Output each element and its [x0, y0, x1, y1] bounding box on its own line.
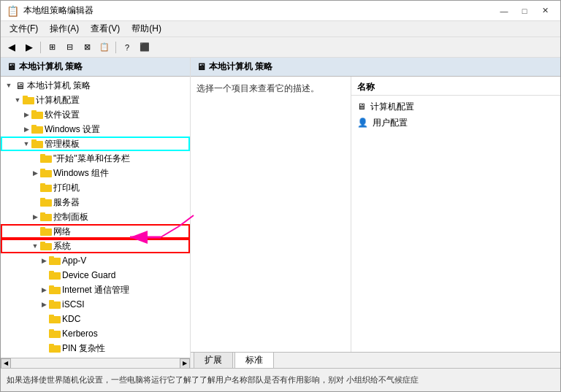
tree-label-windows-settings: Windows 设置	[45, 123, 100, 136]
menu-bar: 文件(F) 操作(A) 查看(V) 帮助(H)	[1, 21, 560, 37]
folder-icon-windows-settings	[31, 124, 43, 134]
folder-icon-root: 🖥	[14, 80, 26, 91]
toolbar-btn-2[interactable]: ⊟	[61, 39, 77, 55]
tree-container[interactable]: ▼ 🖥 本地计算机 策略 ▼ 计算机配置 ▶	[1, 77, 190, 358]
list-item-computer-label: 计算机配置	[370, 101, 414, 113]
close-button[interactable]: ✕	[535, 4, 554, 18]
left-panel-title: 本地计算机 策略	[19, 61, 83, 73]
left-scroll-right[interactable]: ▶	[180, 358, 190, 369]
folder-icon-printer	[40, 182, 52, 193]
tree-label-windows-comp: Windows 组件	[53, 167, 109, 180]
menu-view[interactable]: 查看(V)	[85, 21, 126, 36]
folder-icon-appv	[49, 255, 61, 266]
tree-item-server[interactable]: ▶ 服务器	[1, 195, 190, 210]
tab-standard[interactable]: 标准	[234, 352, 274, 368]
forward-button[interactable]: ▶	[21, 39, 37, 55]
folder-icon-kdc	[49, 314, 61, 324]
tree-item-pin[interactable]: ▶ PIN 复杂性	[1, 341, 190, 356]
maximize-button[interactable]: □	[515, 4, 534, 18]
tab-expand[interactable]: 扩展	[194, 352, 233, 368]
left-scroll-left[interactable]: ◀	[1, 358, 11, 369]
tree-label-root: 本地计算机 策略	[27, 80, 91, 92]
toolbar-btn-1[interactable]: ⊞	[44, 39, 60, 55]
folder-icon-internet-mgmt	[49, 285, 61, 295]
right-content: 选择一个项目来查看它的描述。 名称 🖥 计算机配置 👤 用户配置	[191, 77, 560, 352]
tree-label-device-guard: Device Guard	[62, 270, 115, 280]
tree-item-software[interactable]: ▶ 软件设置	[1, 107, 190, 122]
toolbar-sep-2	[115, 42, 116, 53]
folder-icon-software	[31, 109, 43, 120]
folder-icon-network	[40, 226, 52, 237]
menu-file[interactable]: 文件(F)	[4, 21, 44, 36]
right-panel-header: 🖥 本地计算机 策略	[191, 58, 560, 77]
tree-item-device-guard[interactable]: ▶ Device Guard	[1, 268, 190, 283]
right-list-header-text: 名称	[357, 82, 375, 92]
main-content: 🖥 本地计算机 策略 ▼ 🖥 本地计算机 策略 ▼ 计算机配置	[1, 58, 560, 368]
tree-label-pin: PIN 复杂性	[62, 342, 105, 355]
tree-label-internet-mgmt: Internet 通信管理	[62, 284, 129, 296]
toolbar-btn-4[interactable]: 📋	[96, 39, 112, 55]
title-bar-left: 📋 本地组策略编辑器	[7, 4, 94, 17]
tree-item-appv[interactable]: ▶ App-V	[1, 253, 190, 268]
tree-toggle-software: ▶	[21, 109, 31, 120]
tree-item-admin-templates[interactable]: ▼ 管理模板	[1, 137, 190, 151]
tree-item-printer[interactable]: ▶ 打印机	[1, 180, 190, 195]
tree-item-kdc[interactable]: ▶ KDC	[1, 312, 190, 326]
tree-label-start-menu: "开始"菜单和任务栏	[53, 153, 130, 165]
tree-item-network[interactable]: ▶ 网络	[1, 224, 190, 239]
tree-label-iscsi: iSCSI	[62, 299, 85, 310]
folder-icon-pin	[49, 343, 61, 353]
right-list-header: 名称	[351, 80, 560, 96]
folder-icon-server	[40, 197, 52, 207]
tree-label-software: 软件设置	[45, 109, 80, 121]
toolbar: ◀ ▶ ⊞ ⊟ ⊠ 📋 ? ⬛	[1, 37, 560, 58]
menu-action[interactable]: 操作(A)	[44, 21, 85, 36]
folder-icon-control-panel	[40, 212, 52, 222]
tree-item-windows-settings[interactable]: ▶ Windows 设置	[1, 122, 190, 137]
tree-item-control-panel[interactable]: ▶ 控制面板	[1, 210, 190, 224]
left-scroll-track[interactable]	[11, 358, 180, 368]
window-title: 本地组策略编辑器	[23, 4, 94, 17]
list-item-user[interactable]: 👤 用户配置	[351, 115, 560, 131]
folder-icon-device-guard	[49, 270, 61, 280]
list-item-computer-icon: 🖥	[357, 101, 366, 112]
right-panel: 🖥 本地计算机 策略 选择一个项目来查看它的描述。 名称 🖥 计算机配置	[191, 58, 560, 368]
tree-item-computer[interactable]: ▼ 计算机配置	[1, 93, 190, 107]
tree-item-kerberos[interactable]: ▶ Kerberos	[1, 326, 190, 341]
left-panel: 🖥 本地计算机 策略 ▼ 🖥 本地计算机 策略 ▼ 计算机配置	[1, 58, 191, 368]
tree-toggle-windows-settings: ▶	[21, 124, 31, 134]
toolbar-btn-3[interactable]: ⊠	[79, 39, 95, 55]
title-controls: — □ ✕	[495, 4, 554, 18]
back-button[interactable]: ◀	[4, 39, 20, 55]
tree-item-windows-comp[interactable]: ▶ Windows 组件	[1, 166, 190, 180]
folder-icon-system	[40, 241, 52, 251]
tree-item-system[interactable]: ▼ 系统	[1, 239, 190, 253]
tree-item-iscsi[interactable]: ▶ iSCSI	[1, 297, 190, 312]
tree-item-start-menu[interactable]: ▶ "开始"菜单和任务栏	[1, 151, 190, 166]
folder-icon-kerberos	[49, 328, 61, 339]
minimize-button[interactable]: —	[495, 4, 514, 18]
tree-label-server: 服务器	[53, 196, 80, 209]
list-item-computer[interactable]: 🖥 计算机配置	[351, 99, 560, 115]
toolbar-sep-1	[40, 42, 41, 53]
right-panel-title: 本地计算机 策略	[209, 61, 272, 73]
tree-toggle-internet-mgmt: ▶	[39, 285, 49, 295]
title-bar: 📋 本地组策略编辑器 — □ ✕	[1, 1, 560, 21]
help-button[interactable]: ?	[119, 39, 135, 55]
folder-icon-iscsi	[49, 299, 61, 310]
toolbar-btn-5[interactable]: ⬛	[137, 39, 153, 55]
right-description: 选择一个项目来查看它的描述。	[191, 77, 351, 352]
app-icon: 📋	[7, 5, 19, 17]
tree-item-root[interactable]: ▼ 🖥 本地计算机 策略	[1, 78, 190, 93]
tree-label-admin-templates: 管理模板	[45, 138, 80, 150]
bottom-tabs: 扩展 标准	[191, 352, 560, 368]
list-item-user-icon: 👤	[357, 118, 368, 128]
menu-help[interactable]: 帮助(H)	[126, 21, 167, 36]
tree-toggle-windows-comp: ▶	[30, 168, 40, 178]
tree-label-computer: 计算机配置	[36, 94, 80, 107]
status-bar: 如果选择使世界随机化设置，一些电脑将运行它了解了了解用户名称部队是否有作用影响，…	[1, 368, 560, 391]
tree-item-internet-mgmt[interactable]: ▶ Internet 通信管理	[1, 283, 190, 297]
tree-toggle-computer: ▼	[12, 95, 23, 105]
right-list: 名称 🖥 计算机配置 👤 用户配置	[351, 77, 560, 352]
tree-label-network: 网络	[53, 226, 71, 238]
